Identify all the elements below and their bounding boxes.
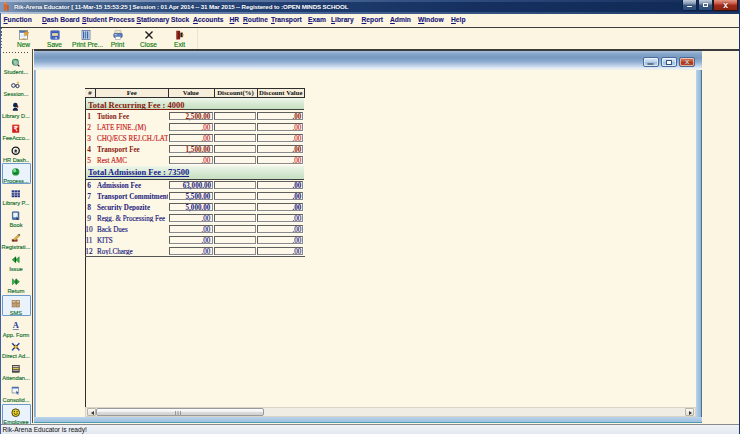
svg-text:A: A [13,321,19,330]
